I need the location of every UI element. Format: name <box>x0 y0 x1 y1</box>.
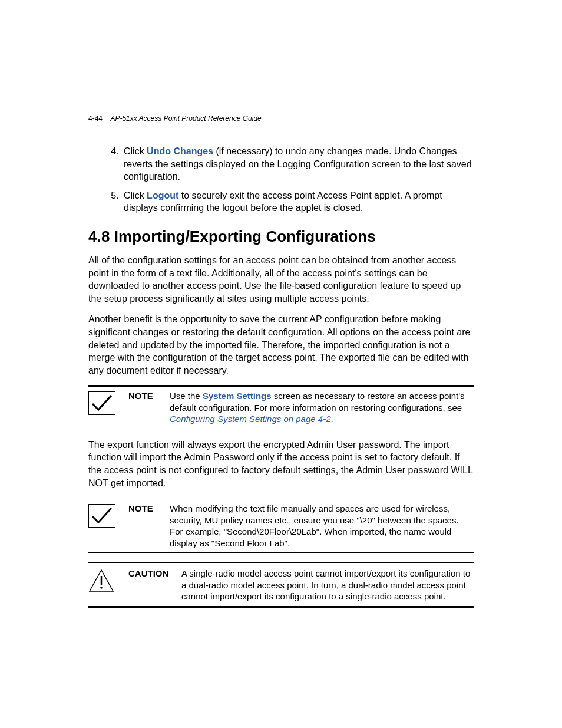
section-title: Importing/Exporting Configurations <box>114 228 376 245</box>
step-5: Click Logout to securely exit the access… <box>121 189 474 215</box>
note-callout-1: NOTE Use the System Settings screen as n… <box>88 385 474 430</box>
section-number: 4.8 <box>88 228 110 245</box>
step-5-pre: Click <box>124 190 147 200</box>
section-heading: 4.8 Importing/Exporting Configurations <box>88 228 474 246</box>
content: Click Undo Changes (if necessary) to und… <box>88 145 474 608</box>
note1-pre: Use the <box>170 391 203 401</box>
intro-para-2: Another benefit is the opportunity to sa… <box>88 313 474 377</box>
page: 4-44 AP-51xx Access Point Product Refere… <box>0 0 562 728</box>
svg-point-2 <box>100 587 103 589</box>
check-icon <box>88 504 115 528</box>
intro-para-3: The export function will always export t… <box>88 439 474 489</box>
step-list: Click Undo Changes (if necessary) to und… <box>112 145 474 215</box>
note-label: NOTE <box>128 390 170 402</box>
undo-changes-button-label: Undo Changes <box>147 146 213 156</box>
warning-icon <box>88 569 114 592</box>
note-2-text: When modifying the text file manually an… <box>170 503 474 549</box>
check-icon-cell <box>88 390 128 415</box>
running-header: 4-44 AP-51xx Access Point Product Refere… <box>88 114 262 123</box>
caution-label: CAUTION <box>128 568 181 579</box>
warning-icon-cell <box>88 568 128 592</box>
intro-para-1: All of the configuration settings for an… <box>88 254 474 305</box>
step-4: Click Undo Changes (if necessary) to und… <box>121 145 474 183</box>
note-1-text: Use the System Settings screen as necess… <box>170 390 474 425</box>
logout-button-label: Logout <box>147 190 178 200</box>
step-4-pre: Click <box>124 146 147 156</box>
system-settings-label: System Settings <box>203 391 272 401</box>
page-number: 4-44 <box>88 114 103 123</box>
guide-title: AP-51xx Access Point Product Reference G… <box>110 114 261 123</box>
check-icon <box>88 391 115 415</box>
note-label: NOTE <box>128 503 170 515</box>
check-icon-cell-2 <box>88 503 128 528</box>
note-callout-2: NOTE When modifying the text file manual… <box>88 498 474 554</box>
caution-text: A single-radio model access point cannot… <box>181 568 474 602</box>
caution-callout: CAUTION A single-radio model access poin… <box>88 562 474 608</box>
note1-post: . <box>331 414 333 424</box>
xref-configuring-system-settings[interactable]: Configuring System Settings on page 4-2 <box>170 414 331 424</box>
